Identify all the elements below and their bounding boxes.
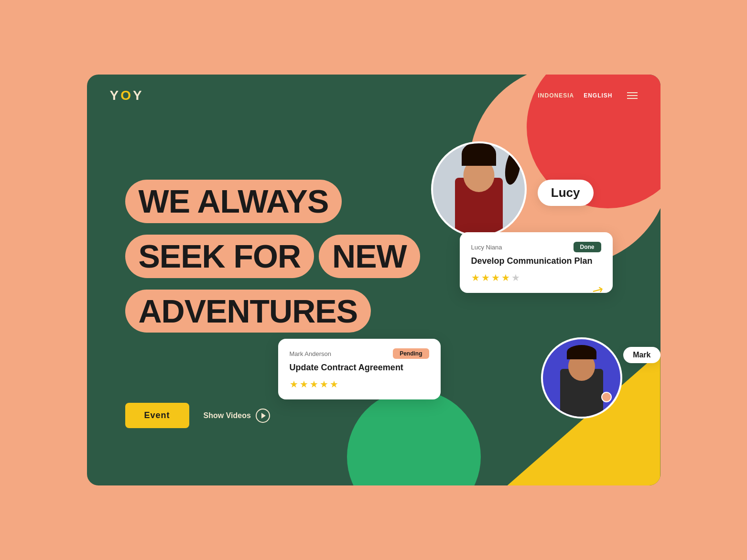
star-2: ★ xyxy=(481,272,490,283)
event-button[interactable]: Event xyxy=(125,403,189,428)
mark-stars: ★ ★ ★ ★ ★ xyxy=(290,378,429,390)
mark-task-badge: Pending xyxy=(393,348,429,359)
lucy-area: Lucy xyxy=(431,141,527,237)
star-3: ★ xyxy=(491,272,500,283)
lucy-name-badge: Lucy xyxy=(538,180,594,206)
hero-line-2a: SEEK FOR xyxy=(125,235,314,278)
mark-avatar xyxy=(541,337,622,419)
lucy-avatar xyxy=(431,141,527,237)
lang-indonesia[interactable]: INDONESIA xyxy=(538,92,574,99)
mark-task-title: Update Contract Agreement xyxy=(290,363,429,373)
lucy-task-title: Develop Communication Plan xyxy=(471,256,601,266)
hero-line-2b: NEW xyxy=(319,235,420,278)
star-5: ★ xyxy=(511,272,520,283)
mark-name-badge: Mark xyxy=(623,347,660,363)
hero-line-1: WE ALWAYS xyxy=(125,180,342,223)
logo-y1: Y xyxy=(110,88,121,103)
mark-star-4: ★ xyxy=(320,378,328,390)
mark-task-header: Mark Anderson Pending xyxy=(290,348,429,359)
mark-task-person: Mark Anderson xyxy=(290,350,331,357)
logo-y2: Y xyxy=(133,88,144,103)
buttons-area: Event Show Videos xyxy=(125,403,270,428)
hamburger-line-1 xyxy=(627,92,638,93)
lucy-task-header: Lucy Niana Done xyxy=(471,242,601,252)
logo: YOY xyxy=(110,88,144,103)
hamburger-line-3 xyxy=(627,98,638,99)
lucy-task-person: Lucy Niana xyxy=(471,244,502,251)
lang-english[interactable]: ENGLISH xyxy=(584,92,612,99)
mark-star-3: ★ xyxy=(310,378,318,390)
lucy-stars: ★ ★ ★ ★ ★ xyxy=(471,272,601,283)
hamburger-menu[interactable] xyxy=(627,92,638,99)
star-1: ★ xyxy=(471,272,480,283)
mark-area: Mark xyxy=(541,337,622,419)
navbar: YOY INDONESIA ENGLISH xyxy=(87,75,660,117)
hamburger-line-2 xyxy=(627,95,638,96)
mark-star-2: ★ xyxy=(300,378,308,390)
main-card: YOY INDONESIA ENGLISH WE ALWAYS SEEK FOR… xyxy=(87,75,660,485)
nav-right: INDONESIA ENGLISH xyxy=(538,92,637,99)
hero-line-3: ADVENTURES xyxy=(125,290,371,333)
show-videos-button[interactable]: Show Videos xyxy=(204,409,270,423)
mark-task-card: Mark Anderson Pending Update Contract Ag… xyxy=(278,339,441,399)
play-icon xyxy=(256,409,270,423)
mark-star-5: ★ xyxy=(330,378,338,390)
logo-o: O xyxy=(120,88,133,103)
lucy-task-card: Lucy Niana Done Develop Communication Pl… xyxy=(460,232,613,293)
show-videos-label: Show Videos xyxy=(204,411,251,420)
mark-star-1: ★ xyxy=(290,378,298,390)
hero-text: WE ALWAYS SEEK FOR NEW ADVENTURES xyxy=(125,180,420,338)
mark-badge-dot xyxy=(601,392,612,402)
star-4: ★ xyxy=(501,272,510,283)
lucy-task-badge: Done xyxy=(574,242,601,252)
bg-arc-green xyxy=(347,390,481,485)
